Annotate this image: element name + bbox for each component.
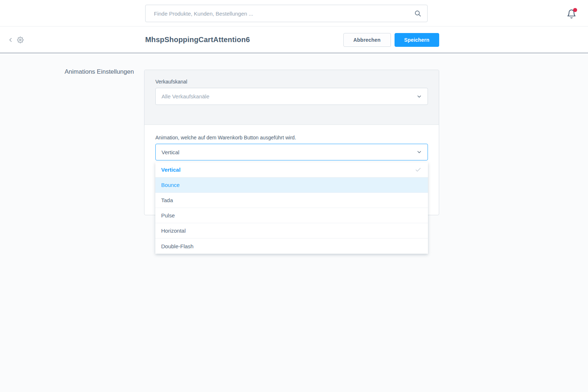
animation-label: Animation, welche auf dem Warenkorb Butt…: [155, 135, 428, 140]
search-icon[interactable]: [414, 10, 421, 17]
search-bar[interactable]: [145, 5, 428, 22]
chevron-down-icon: [416, 149, 422, 155]
smart-bar-actions: Abbrechen Speichern: [343, 27, 439, 53]
animation-select[interactable]: Vertical: [155, 144, 428, 160]
dropdown-option-horizontal[interactable]: Horizontal: [155, 223, 428, 238]
sales-channel-label: Verkaufskanal: [155, 79, 428, 85]
dropdown-option-label: Pulse: [161, 212, 175, 219]
dropdown-option-label: Bounce: [161, 182, 180, 188]
section-title: Animations Einstellungen: [65, 68, 134, 75]
sales-channel-placeholder: Alle Verkaufskanäle: [162, 93, 209, 99]
dropdown-option-bounce[interactable]: Bounce: [155, 177, 428, 193]
settings-button[interactable]: [17, 27, 24, 53]
dropdown-option-label: Vertical: [161, 167, 180, 173]
dropdown-option-label: Double-Flash: [161, 243, 193, 249]
dropdown-option-label: Horizontal: [161, 228, 186, 234]
dropdown-option-vertical[interactable]: Vertical: [155, 162, 428, 177]
notification-badge: [573, 8, 577, 12]
chevron-left-icon: [7, 37, 14, 43]
dropdown-option-double-flash[interactable]: Double-Flash: [155, 238, 428, 254]
search-input[interactable]: [145, 5, 428, 22]
check-icon: [415, 167, 421, 173]
top-header: [0, 0, 588, 26]
gear-icon: [17, 37, 24, 43]
sales-channel-select[interactable]: Alle Verkaufskanäle: [155, 88, 428, 105]
content-area: Animations Einstellungen Verkaufskanal A…: [0, 54, 588, 392]
dropdown-option-label: Tada: [161, 197, 173, 203]
back-button[interactable]: [7, 27, 14, 53]
admin-page: MhspShoppingCartAttention6 Abbrechen Spe…: [0, 0, 588, 392]
dropdown-option-tada[interactable]: Tada: [155, 193, 428, 208]
dropdown-option-pulse[interactable]: Pulse: [155, 208, 428, 223]
animation-section: Animation, welche auf dem Warenkorb Butt…: [144, 125, 439, 160]
cancel-button[interactable]: Abbrechen: [343, 33, 391, 47]
smart-bar: MhspShoppingCartAttention6 Abbrechen Spe…: [0, 27, 588, 53]
notification-bell-button[interactable]: [567, 9, 576, 19]
sales-channel-section: Verkaufskanal Alle Verkaufskanäle: [144, 70, 439, 125]
save-button[interactable]: Speichern: [395, 33, 440, 47]
chevron-down-icon: [416, 94, 422, 99]
animation-select-value: Vertical: [162, 149, 179, 155]
page-title: MhspShoppingCartAttention6: [145, 27, 250, 53]
animation-dropdown: VerticalBounceTadaPulseHorizontalDouble-…: [155, 162, 428, 254]
